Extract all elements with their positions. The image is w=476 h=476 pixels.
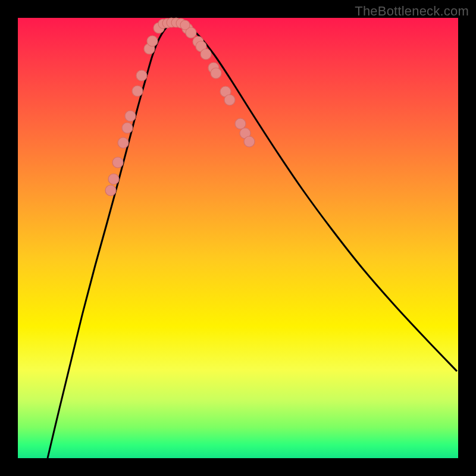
curve-svg [18,18,458,458]
dots-bottom-valley [158,18,190,30]
data-point-dot [211,68,221,79]
data-point-dot [201,49,211,60]
dots-right-branch [182,23,255,147]
data-point-dot [136,70,147,81]
data-point-dot [224,95,235,105]
bottleneck-curve [48,23,457,458]
watermark-text: TheBottleneck.com [355,4,469,19]
data-point-dot [132,86,143,96]
data-point-dot [118,137,129,148]
data-point-dot [105,185,116,196]
chart-frame: TheBottleneck.com [0,0,476,476]
data-point-dot [244,136,255,147]
data-point-dot [235,118,246,129]
data-point-dot [180,20,190,30]
plot-area [18,18,458,458]
data-point-dot [147,36,158,46]
data-point-dot [122,123,133,133]
data-point-dot [108,174,119,184]
data-point-dot [112,157,123,168]
data-point-dot [125,111,136,121]
